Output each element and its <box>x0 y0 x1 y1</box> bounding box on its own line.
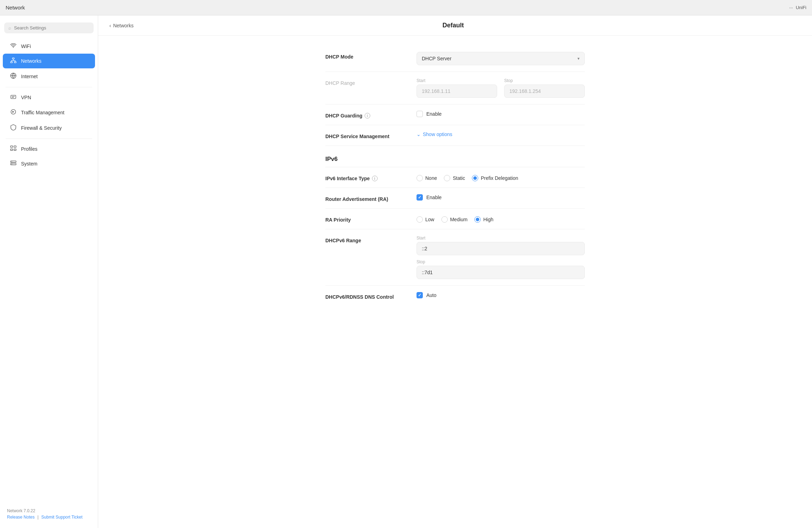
sidebar-item-internet[interactable]: Internet <box>3 69 95 84</box>
sidebar-item-firewall-label: Firewall & Security <box>21 125 62 131</box>
dhcp-guarding-control: Enable <box>417 111 585 117</box>
search-icon: ⌕ <box>8 25 11 31</box>
ra-high-option[interactable]: High <box>474 216 493 223</box>
svg-rect-7 <box>14 146 16 147</box>
router-ad-checkbox-wrap[interactable]: Enable <box>417 194 585 201</box>
sidebar-footer: Network 7.0.22 Release Notes | Submit Su… <box>0 504 98 524</box>
ipv6-none-option[interactable]: None <box>417 175 437 181</box>
window-controls: ··· <box>789 5 793 10</box>
ipv6-static-radio[interactable] <box>444 175 450 181</box>
ra-low-label: Low <box>425 217 434 222</box>
search-input[interactable] <box>14 25 89 31</box>
svg-rect-10 <box>11 161 16 162</box>
back-link-label: Networks <box>113 23 134 28</box>
ipv6-prefix-label: Prefix Delegation <box>481 175 518 181</box>
show-options-link[interactable]: ⌄ Show options <box>417 131 585 137</box>
dhcpv6-start-field: Start <box>417 236 585 255</box>
title-bar-right: ··· UniFi <box>789 5 806 10</box>
wifi-icon <box>10 43 17 49</box>
search-box[interactable]: ⌕ <box>4 22 94 33</box>
sidebar-item-vpn[interactable]: VPN <box>3 90 95 105</box>
svg-rect-9 <box>14 149 16 150</box>
ra-medium-radio[interactable] <box>441 216 448 223</box>
dhcp-range-label: DHCP Range <box>325 78 410 86</box>
sidebar-item-networks[interactable]: Networks <box>3 54 95 68</box>
footer-separator: | <box>38 515 39 520</box>
dhcpv6-dns-checkbox-wrap[interactable]: Auto <box>417 292 585 298</box>
sidebar-item-networks-label: Networks <box>21 58 41 64</box>
ipv6-prefix-option[interactable]: Prefix Delegation <box>472 175 518 181</box>
sidebar-nav: WiFi Networks <box>0 39 98 504</box>
ra-priority-control: Low Medium High <box>417 215 585 223</box>
dhcpv6-stop-field: Stop <box>417 259 585 279</box>
dhcp-guarding-info-icon[interactable]: i <box>365 113 370 119</box>
ipv6-section-heading: IPv6 <box>325 146 585 167</box>
svg-point-12 <box>12 161 12 162</box>
sidebar-item-wifi[interactable]: WiFi <box>3 39 95 53</box>
dhcp-mode-label: DHCP Mode <box>325 52 410 60</box>
main-content: ‹ Networks Default DHCP Mode DHCP Server… <box>98 15 812 528</box>
range-stop-input[interactable]: 192.168.1.254 <box>504 84 585 98</box>
ra-medium-option[interactable]: Medium <box>441 216 468 223</box>
chevron-down-icon: ▾ <box>577 56 580 61</box>
dhcpv6-dns-control: Auto <box>417 292 585 298</box>
dhcp-guarding-row: DHCP Guarding i Enable <box>325 104 585 125</box>
ipv6-prefix-radio[interactable] <box>472 175 478 181</box>
dhcp-service-row: DHCP Service Management ⌄ Show options <box>325 125 585 146</box>
dhcp-guarding-enable-label: Enable <box>426 111 442 117</box>
dhcp-mode-value: DHCP Server <box>422 56 452 61</box>
router-ad-control: Enable <box>417 194 585 201</box>
ra-priority-label: RA Priority <box>325 215 410 223</box>
sidebar-item-vpn-label: VPN <box>21 95 31 100</box>
range-start-input[interactable]: 192.168.1.11 <box>417 84 497 98</box>
ra-high-radio[interactable] <box>474 216 481 223</box>
router-ad-checkbox[interactable] <box>417 194 423 201</box>
dhcp-mode-control: DHCP Server ▾ <box>417 52 585 65</box>
ra-low-radio[interactable] <box>417 216 423 223</box>
title-bar: Network ··· UniFi <box>0 0 812 15</box>
support-ticket-link[interactable]: Submit Support Ticket <box>41 515 82 520</box>
version-text: Network 7.0.22 <box>7 508 91 513</box>
back-link[interactable]: ‹ Networks <box>109 23 134 28</box>
dhcp-guarding-checkbox-wrap[interactable]: Enable <box>417 111 585 117</box>
sidebar-item-wifi-label: WiFi <box>21 43 31 49</box>
app-title: Network <box>6 5 25 11</box>
range-inputs: Start 192.168.1.11 Stop 192.168.1.254 <box>417 78 585 98</box>
ipv6-radio-group: None Static Prefix Delegation <box>417 174 585 181</box>
sidebar-item-firewall[interactable]: Firewall & Security <box>3 120 95 136</box>
router-ad-enable-label: Enable <box>426 195 442 200</box>
release-notes-link[interactable]: Release Notes <box>7 515 35 520</box>
dhcpv6-range-label: DHCPv6 Range <box>325 236 410 243</box>
dhcpv6-stop-input[interactable] <box>417 266 585 279</box>
dhcpv6-dns-checkbox[interactable] <box>417 292 423 298</box>
app-layout: ⌕ WiFi <box>0 15 812 528</box>
sidebar-item-system[interactable]: System <box>3 157 95 171</box>
range-stop-field: Stop 192.168.1.254 <box>504 78 585 98</box>
dhcp-range-row: DHCP Range Start 192.168.1.11 Stop 192.1… <box>325 72 585 104</box>
sidebar-divider-2 <box>6 138 92 139</box>
ipv6-interface-info-icon[interactable]: i <box>372 176 378 181</box>
traffic-icon <box>10 109 17 116</box>
dhcp-service-control: ⌄ Show options <box>417 131 585 137</box>
ipv6-static-option[interactable]: Static <box>444 175 465 181</box>
dhcp-service-label: DHCP Service Management <box>325 131 410 139</box>
dhcpv6-range-control: Start Stop <box>417 236 585 279</box>
ipv6-none-radio[interactable] <box>417 175 423 181</box>
sidebar-item-traffic[interactable]: Traffic Management <box>3 105 95 120</box>
dhcpv6-range-row: DHCPv6 Range Start Stop <box>325 229 585 286</box>
ra-priority-row: RA Priority Low Medium High <box>325 209 585 229</box>
svg-rect-6 <box>11 146 13 147</box>
dhcpv6-start-label: Start <box>417 236 585 241</box>
dhcpv6-start-input[interactable] <box>417 242 585 255</box>
dhcpv6-stacked-inputs: Start Stop <box>417 236 585 279</box>
ra-priority-radio-group: Low Medium High <box>417 215 585 223</box>
sidebar-item-profiles[interactable]: Profiles <box>3 142 95 156</box>
system-icon <box>10 161 17 167</box>
ipv6-interface-type-row: IPv6 Interface Type i None Static <box>325 167 585 188</box>
dhcp-mode-select[interactable]: DHCP Server ▾ <box>417 52 585 65</box>
dhcp-guarding-checkbox[interactable] <box>417 111 423 117</box>
internet-icon <box>10 73 17 80</box>
svg-rect-4 <box>11 95 16 99</box>
ipv6-none-label: None <box>425 175 437 181</box>
ra-low-option[interactable]: Low <box>417 216 434 223</box>
